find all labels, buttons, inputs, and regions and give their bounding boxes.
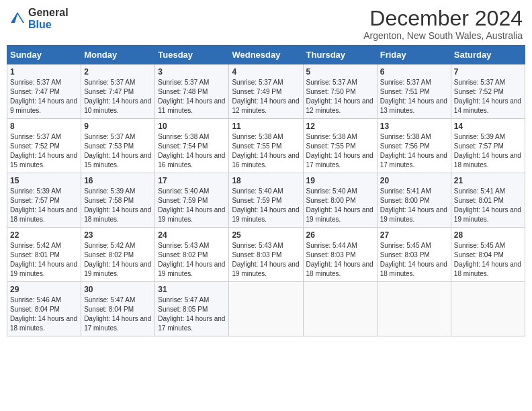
- logo: General Blue: [9, 7, 69, 31]
- table-row-empty: [303, 282, 377, 336]
- cell-text: Sunrise: 5:42 AMSunset: 8:02 PMDaylight:…: [84, 242, 151, 277]
- day-number: 26: [306, 230, 374, 240]
- cell-text: Sunrise: 5:46 AMSunset: 8:04 PMDaylight:…: [10, 296, 77, 332]
- table-row: 17 Sunrise: 5:40 AMSunset: 7:59 PMDaylig…: [155, 173, 229, 228]
- day-number: 9: [84, 122, 152, 131]
- day-number: 22: [10, 230, 78, 240]
- table-row: 15 Sunrise: 5:39 AMSunset: 7:57 PMDaylig…: [7, 173, 81, 228]
- day-number: 17: [158, 176, 226, 185]
- cell-text: Sunrise: 5:39 AMSunset: 7:57 PMDaylight:…: [10, 187, 77, 223]
- cell-text: Sunrise: 5:40 AMSunset: 8:00 PMDaylight:…: [306, 187, 373, 223]
- cell-text: Sunrise: 5:38 AMSunset: 7:55 PMDaylight:…: [232, 133, 299, 169]
- table-row: 23 Sunrise: 5:42 AMSunset: 8:02 PMDaylig…: [81, 228, 155, 282]
- col-tuesday: Tuesday: [155, 46, 229, 64]
- day-number: 28: [454, 230, 522, 240]
- cell-text: Sunrise: 5:37 AMSunset: 7:52 PMDaylight:…: [10, 133, 77, 169]
- day-number: 24: [158, 230, 226, 240]
- col-sunday: Sunday: [7, 46, 81, 64]
- day-number: 12: [306, 122, 374, 131]
- day-number: 13: [380, 122, 448, 131]
- cell-text: Sunrise: 5:43 AMSunset: 8:02 PMDaylight:…: [158, 242, 225, 277]
- day-number: 8: [10, 122, 78, 131]
- day-number: 14: [454, 122, 522, 131]
- table-row: 8 Sunrise: 5:37 AMSunset: 7:52 PMDayligh…: [7, 119, 81, 173]
- cell-text: Sunrise: 5:47 AMSunset: 8:04 PMDaylight:…: [84, 296, 151, 332]
- cell-text: Sunrise: 5:44 AMSunset: 8:03 PMDaylight:…: [306, 242, 373, 277]
- cell-text: Sunrise: 5:38 AMSunset: 7:54 PMDaylight:…: [158, 133, 225, 169]
- table-row-empty: [229, 282, 303, 336]
- month-title: December 2024: [363, 7, 523, 30]
- table-row: 21 Sunrise: 5:41 AMSunset: 8:01 PMDaylig…: [451, 173, 525, 228]
- day-number: 10: [158, 122, 226, 131]
- table-row: 27 Sunrise: 5:45 AMSunset: 8:03 PMDaylig…: [377, 228, 451, 282]
- cell-text: Sunrise: 5:41 AMSunset: 8:01 PMDaylight:…: [454, 187, 521, 223]
- day-number: 19: [306, 176, 374, 185]
- day-number: 11: [232, 122, 300, 131]
- calendar-row-5: 29 Sunrise: 5:46 AMSunset: 8:04 PMDaylig…: [7, 282, 525, 336]
- cell-text: Sunrise: 5:37 AMSunset: 7:49 PMDaylight:…: [232, 79, 299, 114]
- logo-blue: Blue: [28, 19, 52, 30]
- table-row: 25 Sunrise: 5:43 AMSunset: 8:03 PMDaylig…: [229, 228, 303, 282]
- table-row: 5 Sunrise: 5:37 AMSunset: 7:50 PMDayligh…: [303, 64, 377, 119]
- table-row: 3 Sunrise: 5:37 AMSunset: 7:48 PMDayligh…: [155, 64, 229, 119]
- table-row: 4 Sunrise: 5:37 AMSunset: 7:49 PMDayligh…: [229, 64, 303, 119]
- cell-text: Sunrise: 5:40 AMSunset: 7:59 PMDaylight:…: [232, 187, 299, 223]
- cell-text: Sunrise: 5:38 AMSunset: 7:56 PMDaylight:…: [380, 133, 447, 169]
- day-number: 4: [232, 67, 300, 77]
- col-thursday: Thursday: [303, 46, 377, 64]
- calendar-row-2: 8 Sunrise: 5:37 AMSunset: 7:52 PMDayligh…: [7, 119, 525, 173]
- table-row: 30 Sunrise: 5:47 AMSunset: 8:04 PMDaylig…: [81, 282, 155, 336]
- day-number: 18: [232, 176, 300, 185]
- cell-text: Sunrise: 5:41 AMSunset: 8:00 PMDaylight:…: [380, 187, 447, 223]
- table-row: 7 Sunrise: 5:37 AMSunset: 7:52 PMDayligh…: [451, 64, 525, 119]
- col-friday: Friday: [377, 46, 451, 64]
- col-wednesday: Wednesday: [229, 46, 303, 64]
- table-row: 1 Sunrise: 5:37 AMSunset: 7:47 PMDayligh…: [7, 64, 81, 119]
- cell-text: Sunrise: 5:37 AMSunset: 7:47 PMDaylight:…: [10, 79, 77, 114]
- table-row: 10 Sunrise: 5:38 AMSunset: 7:54 PMDaylig…: [155, 119, 229, 173]
- cell-text: Sunrise: 5:45 AMSunset: 8:04 PMDaylight:…: [454, 242, 521, 277]
- table-row-empty: [451, 282, 525, 336]
- day-number: 23: [84, 230, 152, 240]
- cell-text: Sunrise: 5:38 AMSunset: 7:55 PMDaylight:…: [306, 133, 373, 169]
- day-number: 20: [380, 176, 448, 185]
- table-row: 12 Sunrise: 5:38 AMSunset: 7:55 PMDaylig…: [303, 119, 377, 173]
- day-number: 30: [84, 285, 152, 294]
- logo-general: General: [28, 7, 69, 18]
- table-row: 9 Sunrise: 5:37 AMSunset: 7:53 PMDayligh…: [81, 119, 155, 173]
- title-area: December 2024 Argenton, New South Wales,…: [363, 7, 523, 41]
- cell-text: Sunrise: 5:45 AMSunset: 8:03 PMDaylight:…: [380, 242, 447, 277]
- day-number: 3: [158, 67, 226, 77]
- location-title: Argenton, New South Wales, Australia: [363, 30, 523, 41]
- day-number: 5: [306, 67, 374, 77]
- table-row-empty: [377, 282, 451, 336]
- cell-text: Sunrise: 5:39 AMSunset: 7:58 PMDaylight:…: [84, 187, 151, 223]
- table-row: 13 Sunrise: 5:38 AMSunset: 7:56 PMDaylig…: [377, 119, 451, 173]
- cell-text: Sunrise: 5:43 AMSunset: 8:03 PMDaylight:…: [232, 242, 299, 277]
- day-number: 25: [232, 230, 300, 240]
- cell-text: Sunrise: 5:37 AMSunset: 7:53 PMDaylight:…: [84, 133, 151, 169]
- cell-text: Sunrise: 5:37 AMSunset: 7:47 PMDaylight:…: [84, 79, 151, 114]
- calendar-row-3: 15 Sunrise: 5:39 AMSunset: 7:57 PMDaylig…: [7, 173, 525, 228]
- col-monday: Monday: [81, 46, 155, 64]
- table-row: 31 Sunrise: 5:47 AMSunset: 8:05 PMDaylig…: [155, 282, 229, 336]
- table-row: 19 Sunrise: 5:40 AMSunset: 8:00 PMDaylig…: [303, 173, 377, 228]
- day-number: 16: [84, 176, 152, 185]
- day-number: 31: [158, 285, 226, 294]
- calendar-header-row: Sunday Monday Tuesday Wednesday Thursday…: [7, 46, 525, 64]
- cell-text: Sunrise: 5:37 AMSunset: 7:48 PMDaylight:…: [158, 79, 225, 114]
- cell-text: Sunrise: 5:40 AMSunset: 7:59 PMDaylight:…: [158, 187, 225, 223]
- table-row: 14 Sunrise: 5:39 AMSunset: 7:57 PMDaylig…: [451, 119, 525, 173]
- page-header: General Blue December 2024 Argenton, New…: [7, 7, 525, 41]
- day-number: 2: [84, 67, 152, 77]
- table-row: 16 Sunrise: 5:39 AMSunset: 7:58 PMDaylig…: [81, 173, 155, 228]
- day-number: 29: [10, 285, 78, 294]
- day-number: 7: [454, 67, 522, 77]
- cell-text: Sunrise: 5:39 AMSunset: 7:57 PMDaylight:…: [454, 133, 521, 169]
- cell-text: Sunrise: 5:37 AMSunset: 7:51 PMDaylight:…: [380, 79, 447, 114]
- cell-text: Sunrise: 5:42 AMSunset: 8:01 PMDaylight:…: [10, 242, 77, 277]
- table-row: 26 Sunrise: 5:44 AMSunset: 8:03 PMDaylig…: [303, 228, 377, 282]
- table-row: 6 Sunrise: 5:37 AMSunset: 7:51 PMDayligh…: [377, 64, 451, 119]
- day-number: 21: [454, 176, 522, 185]
- day-number: 1: [10, 67, 78, 77]
